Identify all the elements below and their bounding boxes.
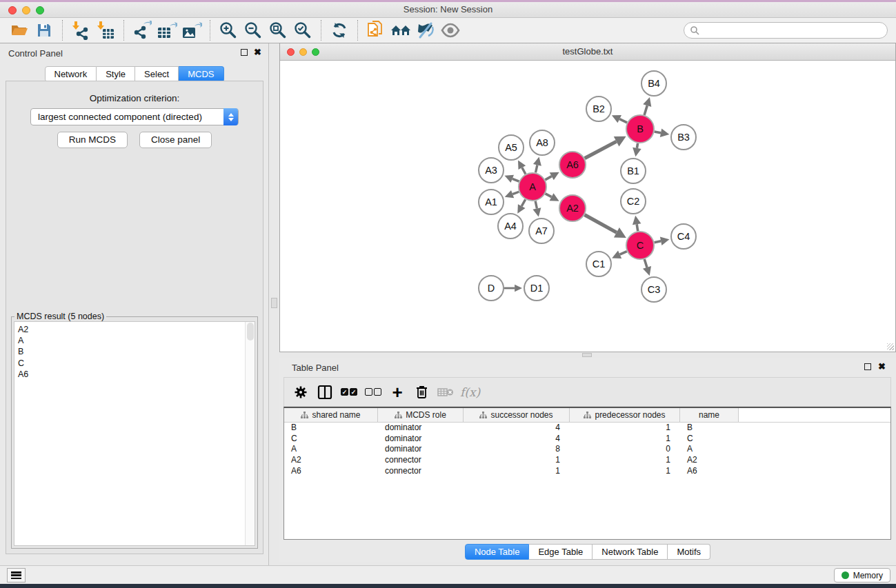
graph-edge[interactable] bbox=[546, 194, 552, 197]
table-cell[interactable]: A bbox=[284, 444, 378, 455]
network-minimize-button[interactable] bbox=[299, 48, 307, 56]
graph-edge[interactable] bbox=[512, 179, 519, 181]
table-cell[interactable]: 4 bbox=[464, 434, 570, 445]
table-cell[interactable]: C bbox=[284, 434, 378, 445]
export-network-icon[interactable] bbox=[130, 19, 155, 41]
delete-column-icon[interactable] bbox=[412, 382, 431, 403]
memory-button[interactable]: Memory bbox=[834, 568, 890, 582]
zoom-selected-icon[interactable] bbox=[290, 19, 315, 41]
import-network-icon[interactable] bbox=[68, 19, 93, 41]
graph-node-A4[interactable]: A4 bbox=[497, 213, 524, 239]
graph-node-A3[interactable]: A3 bbox=[478, 157, 504, 183]
table-cell[interactable]: A6 bbox=[284, 466, 378, 477]
create-column-icon[interactable]: + bbox=[388, 382, 407, 403]
run-mcds-button[interactable]: Run MCDS bbox=[57, 132, 128, 148]
column-header-shared-name[interactable]: shared name bbox=[284, 408, 378, 422]
table-cell[interactable]: 8 bbox=[464, 444, 570, 455]
table-cell[interactable]: A2 bbox=[284, 455, 378, 466]
graph-edge[interactable] bbox=[545, 176, 551, 180]
graph-node-C[interactable]: C bbox=[626, 231, 655, 260]
column-header-successor-nodes[interactable]: successor nodes bbox=[464, 408, 570, 422]
graph-node-B[interactable]: B bbox=[626, 114, 655, 143]
close-window-button[interactable] bbox=[8, 6, 17, 14]
graph-node-B2[interactable]: B2 bbox=[586, 96, 612, 122]
criterion-dropdown[interactable]: largest connected component (directed) bbox=[30, 108, 239, 125]
table-cell[interactable]: C bbox=[680, 434, 739, 445]
tab-node-table[interactable]: Node Table bbox=[465, 544, 530, 560]
graph-edge[interactable] bbox=[535, 201, 537, 209]
toggle-columns-icon[interactable] bbox=[315, 382, 335, 403]
export-image-icon[interactable] bbox=[179, 19, 204, 41]
graph-node-A6[interactable]: A6 bbox=[559, 151, 586, 179]
column-header-MCDS-role[interactable]: MCDS role bbox=[378, 408, 464, 422]
list-item[interactable]: B bbox=[14, 346, 255, 357]
graph-edge[interactable] bbox=[655, 241, 661, 243]
table-row[interactable]: A2connector11A2 bbox=[284, 455, 890, 466]
table-cell[interactable]: 1 bbox=[464, 466, 570, 477]
tab-select[interactable]: Select bbox=[135, 66, 179, 82]
network-zoom-button[interactable] bbox=[312, 48, 319, 56]
network-canvas[interactable]: AA1A3A4A5A7A8A6A2BB1B2B3B4CC1C2C3C4DD1 bbox=[281, 61, 895, 352]
graph-node-A5[interactable]: A5 bbox=[498, 134, 524, 161]
first-neighbors-icon[interactable] bbox=[388, 19, 413, 41]
table-cell[interactable]: 1 bbox=[570, 466, 680, 477]
table-cell[interactable]: B bbox=[284, 423, 378, 434]
task-history-button[interactable] bbox=[7, 568, 26, 582]
list-item[interactable]: A bbox=[14, 335, 255, 346]
graph-node-C1[interactable]: C1 bbox=[586, 251, 612, 277]
search-input[interactable] bbox=[684, 22, 888, 39]
table-cell[interactable]: A bbox=[680, 444, 739, 455]
horizontal-splitter-handle[interactable] bbox=[582, 353, 592, 357]
tab-edge-table[interactable]: Edge Table bbox=[529, 544, 593, 560]
graph-node-A[interactable]: A bbox=[518, 172, 547, 201]
delete-table-icon[interactable] bbox=[436, 382, 455, 403]
column-header-name[interactable]: name bbox=[680, 408, 739, 422]
graph-edge[interactable] bbox=[521, 199, 525, 206]
table-row[interactable]: A6connector11A6 bbox=[284, 466, 890, 477]
graph-node-C2[interactable]: C2 bbox=[620, 188, 646, 214]
table-cell[interactable]: 0 bbox=[570, 444, 680, 455]
select-all-icon[interactable]: ✓✓ bbox=[339, 382, 359, 403]
graph-edge[interactable] bbox=[655, 132, 661, 133]
graph-edge[interactable] bbox=[637, 143, 637, 148]
float-table-panel-icon[interactable] bbox=[864, 363, 871, 370]
close-table-panel-icon[interactable]: ✖ bbox=[878, 361, 886, 372]
graph-node-A7[interactable]: A7 bbox=[528, 218, 555, 244]
network-close-button[interactable] bbox=[287, 48, 295, 56]
table-row[interactable]: Bdominator41B bbox=[284, 423, 890, 434]
mcds-result-list[interactable]: A2ABCA6 bbox=[14, 321, 255, 546]
graph-node-B4[interactable]: B4 bbox=[641, 70, 667, 97]
table-cell[interactable]: B bbox=[680, 423, 739, 434]
zoom-in-icon[interactable] bbox=[216, 19, 241, 41]
table-cell[interactable]: dominator bbox=[378, 444, 464, 455]
column-header-predecessor-nodes[interactable]: predecessor nodes bbox=[570, 408, 680, 422]
table-cell[interactable]: A2 bbox=[680, 455, 739, 466]
graph-edge[interactable] bbox=[585, 141, 617, 158]
network-from-file-icon[interactable] bbox=[364, 19, 388, 41]
graph-edge[interactable] bbox=[637, 224, 638, 231]
tab-motifs[interactable]: Motifs bbox=[668, 544, 710, 560]
open-session-icon[interactable] bbox=[7, 19, 32, 41]
graph-node-D[interactable]: D bbox=[478, 275, 504, 301]
graph-node-B3[interactable]: B3 bbox=[670, 124, 697, 150]
graph-edge[interactable] bbox=[535, 165, 537, 172]
table-cell[interactable]: dominator bbox=[378, 434, 464, 445]
table-cell[interactable]: 1 bbox=[570, 455, 680, 466]
graph-node-A1[interactable]: A1 bbox=[478, 189, 504, 215]
zoom-out-icon[interactable] bbox=[241, 19, 266, 41]
graph-node-C4[interactable]: C4 bbox=[670, 223, 697, 250]
save-session-icon[interactable] bbox=[32, 19, 57, 41]
import-table-icon[interactable] bbox=[93, 19, 118, 41]
list-item[interactable]: A2 bbox=[14, 324, 255, 335]
table-row[interactable]: Adominator80A bbox=[284, 444, 890, 455]
graph-node-D1[interactable]: D1 bbox=[524, 275, 550, 301]
zoom-window-button[interactable] bbox=[36, 6, 44, 14]
table-cell[interactable]: 1 bbox=[570, 434, 680, 445]
graph-edge[interactable] bbox=[619, 119, 627, 123]
result-scrollbar[interactable] bbox=[245, 322, 255, 545]
hide-details-icon[interactable] bbox=[413, 19, 438, 41]
deselect-all-icon[interactable] bbox=[364, 382, 383, 403]
show-details-icon[interactable] bbox=[438, 19, 463, 41]
zoom-fit-icon[interactable] bbox=[266, 19, 290, 41]
graph-node-A8[interactable]: A8 bbox=[529, 130, 555, 156]
